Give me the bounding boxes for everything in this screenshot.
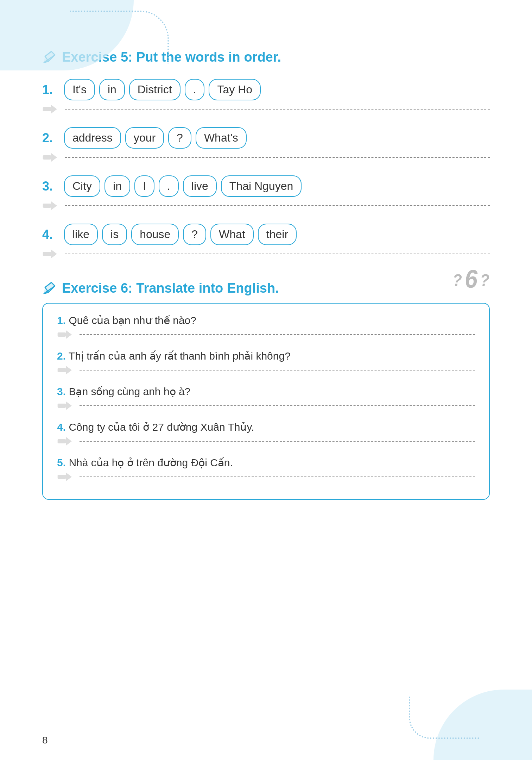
- translate-question-3: 3. Bạn sống cùng anh họ à?: [57, 385, 475, 398]
- word-pill: ?: [183, 224, 206, 245]
- page: Exercise 5: Put the words in order. 1. I…: [0, 0, 532, 760]
- translate-number-5: 5.: [57, 457, 66, 468]
- svg-rect-20: [58, 404, 66, 408]
- word-pill: Thai Nguyen: [221, 175, 302, 197]
- exercise6-box: 1. Quê của bạn như thế nào? 2. Thị trấn …: [42, 303, 490, 500]
- translate-number-4: 4.: [57, 421, 66, 433]
- translate-question-5: 5. Nhà của họ ở trên đường Đội Cấn.: [57, 456, 475, 469]
- translate-item-4: 4. Công ty của tôi ở 27 đường Xuân Thủy.: [57, 421, 475, 433]
- answer-row-1: [42, 104, 490, 114]
- dashed-line: [80, 441, 475, 442]
- word-pill: .: [159, 175, 179, 197]
- word-row-2: 2. address your ? What's: [42, 127, 490, 149]
- translate-text-3: Bạn sống cùng anh họ à?: [69, 386, 190, 397]
- exercise6-icon: [42, 280, 58, 296]
- question-mark-deco: ? 6 ?: [452, 266, 490, 292]
- word-pill: address: [64, 127, 121, 149]
- word-pill: house: [131, 224, 179, 245]
- translate-item-1: 1. Quê của bạn như thế nào?: [57, 314, 475, 326]
- word-pill: in: [99, 79, 125, 100]
- word-row-4: 4. like is house ? What their: [42, 224, 490, 245]
- arrow-icon: [57, 365, 72, 375]
- arrow-icon: [57, 400, 72, 411]
- svg-marker-25: [66, 472, 72, 481]
- svg-marker-9: [51, 201, 57, 210]
- translate-answer-row-5: [57, 472, 475, 482]
- svg-rect-18: [58, 368, 66, 372]
- translate-text-5: Nhà của họ ở trên đường Đội Cấn.: [69, 457, 233, 468]
- word-pill: What's: [196, 127, 247, 149]
- word-pill: live: [183, 175, 217, 197]
- word-pill: It's: [64, 79, 95, 100]
- svg-rect-4: [43, 107, 51, 111]
- page-number: 8: [42, 735, 48, 746]
- dashed-line: [65, 254, 490, 254]
- svg-rect-24: [58, 475, 66, 479]
- dashed-line: [80, 476, 475, 477]
- svg-marker-17: [66, 330, 72, 339]
- translate-item-5: 5. Nhà của họ ở trên đường Đội Cấn.: [57, 456, 475, 469]
- deco-bottom-right-dots: [409, 697, 479, 739]
- word-pill: Tay Ho: [209, 79, 261, 100]
- translate-answer-row-4: [57, 436, 475, 447]
- word-pill: like: [64, 224, 98, 245]
- arrow-icon: [42, 152, 57, 163]
- translate-number-2: 2.: [57, 350, 66, 362]
- word-pill: What: [210, 224, 254, 245]
- translate-answer-row-2: [57, 365, 475, 375]
- arrow-icon: [57, 329, 72, 340]
- svg-rect-8: [43, 204, 51, 208]
- exercise5-section: Exercise 5: Put the words in order. 1. I…: [42, 49, 490, 259]
- svg-marker-11: [51, 249, 57, 258]
- answer-row-2: [42, 152, 490, 163]
- exercise6-header: Exercise 6: Translate into English. ? 6 …: [42, 280, 490, 296]
- arrow-icon: [42, 249, 57, 259]
- arrow-icon: [57, 436, 72, 447]
- q-mark-small2: ?: [480, 272, 489, 289]
- q-mark-large: 6: [465, 266, 477, 292]
- arrow-icon: [57, 472, 72, 482]
- row-number-4: 4.: [42, 227, 60, 242]
- word-pill: City: [64, 175, 100, 197]
- dashed-line: [65, 109, 490, 110]
- dashed-line: [80, 334, 475, 335]
- word-pill: in: [104, 175, 130, 197]
- dashed-line: [80, 370, 475, 370]
- dashed-line: [65, 205, 490, 206]
- word-pill: District: [129, 79, 180, 100]
- arrow-icon: [42, 200, 57, 211]
- translate-answer-row-3: [57, 400, 475, 411]
- translate-text-4: Công ty của tôi ở 27 đường Xuân Thủy.: [69, 421, 254, 433]
- translate-question-4: 4. Công ty của tôi ở 27 đường Xuân Thủy.: [57, 421, 475, 433]
- arrow-icon: [42, 104, 57, 114]
- dashed-line: [80, 405, 475, 406]
- svg-marker-21: [66, 401, 72, 410]
- translate-number-1: 1.: [57, 314, 66, 326]
- word-pill: .: [185, 79, 205, 100]
- translate-answer-row-1: [57, 329, 475, 340]
- translate-item-2: 2. Thị trấn của anh ấy rất thanh bình ph…: [57, 350, 475, 362]
- translate-number-3: 3.: [57, 386, 66, 397]
- translate-item-3: 3. Bạn sống cùng anh họ à?: [57, 385, 475, 398]
- word-row-3: 3. City in I . live Thai Nguyen: [42, 175, 490, 197]
- word-pill: is: [102, 224, 127, 245]
- answer-row-4: [42, 249, 490, 259]
- translate-question-1: 1. Quê của bạn như thế nào?: [57, 314, 475, 326]
- svg-rect-22: [58, 439, 66, 443]
- svg-marker-23: [66, 437, 72, 446]
- answer-row-3: [42, 200, 490, 211]
- word-pill: ?: [168, 127, 191, 149]
- word-pill: your: [125, 127, 164, 149]
- row-number-3: 3.: [42, 179, 60, 194]
- svg-rect-10: [43, 252, 51, 256]
- word-row-1: 1. It's in District . Tay Ho: [42, 79, 490, 100]
- row-number-1: 1.: [42, 82, 60, 97]
- translate-text-1: Quê của bạn như thế nào?: [69, 314, 196, 326]
- svg-rect-16: [58, 332, 66, 337]
- deco-top-left-dots: [70, 11, 169, 63]
- dashed-line: [65, 157, 490, 158]
- svg-marker-7: [51, 153, 57, 162]
- svg-rect-6: [43, 155, 51, 160]
- exercise6-title: Exercise 6: Translate into English.: [62, 281, 279, 296]
- row-number-2: 2.: [42, 131, 60, 145]
